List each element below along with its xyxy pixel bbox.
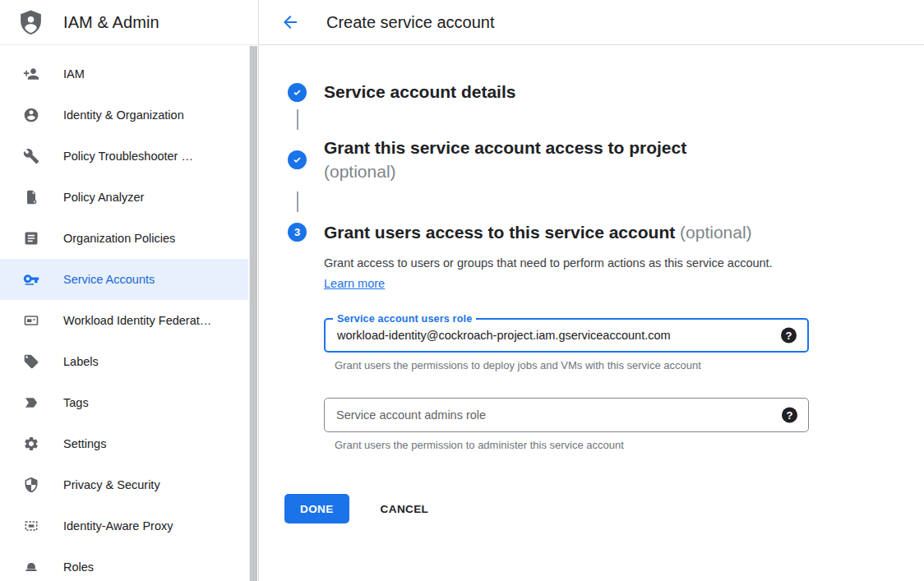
sidebar-item-label: Policy Troubleshooter … <box>63 150 193 163</box>
step1-title: Service account details <box>324 81 515 104</box>
proxy-icon <box>23 518 39 534</box>
back-button[interactable] <box>280 12 300 32</box>
sidebar: IAM & Admin IAM Identity & Organization … <box>0 0 259 581</box>
done-button[interactable]: DONE <box>284 494 349 523</box>
account-circle-icon <box>23 107 39 123</box>
sidebar-item-identity-aware-proxy[interactable]: Identity-Aware Proxy <box>0 505 248 546</box>
admins-role-field: ? <box>324 398 809 432</box>
person-add-icon <box>23 66 39 82</box>
step-service-account-details: Service account details <box>288 81 924 104</box>
sidebar-item-organization-policies[interactable]: Organization Policies <box>0 218 248 259</box>
article-icon <box>23 230 39 247</box>
sidebar-item-label: Roles <box>63 560 94 574</box>
step3-number: 3 <box>294 226 300 238</box>
sidebar-nav: IAM Identity & Organization Policy Troub… <box>0 45 258 581</box>
wrench-icon <box>23 148 39 164</box>
half-shield-icon <box>23 477 39 493</box>
iam-shield-icon <box>17 9 44 36</box>
step2-title: Grant this service account access to pro… <box>324 136 686 159</box>
sidebar-item-label: Service Accounts <box>63 273 155 286</box>
step3-optional-label: (optional) <box>680 223 752 242</box>
sidebar-item-policy-analyzer[interactable]: Policy Analyzer <box>0 177 248 218</box>
sidebar-item-privacy-security[interactable]: Privacy & Security <box>0 464 248 505</box>
step3-description-text: Grant access to users or groups that nee… <box>324 256 773 270</box>
arrow-back-icon <box>280 22 300 35</box>
create-service-account-form: Service account details Grant this servi… <box>259 45 924 523</box>
sidebar-item-label: Settings <box>63 437 106 450</box>
step3-title: Grant users access to this service accou… <box>324 220 809 245</box>
document-gear-icon <box>23 189 39 205</box>
sidebar-item-label: IAM <box>63 67 85 81</box>
step2-optional-label: (optional) <box>324 159 686 183</box>
sidebar-item-iam[interactable]: IAM <box>0 53 248 95</box>
cancel-button[interactable]: CANCEL <box>374 503 436 515</box>
step3-title-text: Grant users access to this service accou… <box>324 223 675 242</box>
users-role-field-label: Service account users role <box>333 313 476 325</box>
step1-completed-check-icon <box>288 83 307 102</box>
page-header: Create service account <box>259 0 924 45</box>
sidebar-item-labels[interactable]: Labels <box>0 341 248 382</box>
step-connector <box>297 191 298 212</box>
page-title: Create service account <box>326 13 495 32</box>
product-title: IAM & Admin <box>63 13 159 32</box>
users-role-input[interactable] <box>337 329 771 342</box>
sidebar-item-settings[interactable]: Settings <box>0 423 248 464</box>
step-grant-access-to-project: Grant this service account access to pro… <box>288 136 924 183</box>
app-window: IAM & Admin IAM Identity & Organization … <box>0 0 924 581</box>
label-arrow-icon <box>23 394 39 411</box>
sidebar-item-label: Tags <box>63 396 89 409</box>
learn-more-link[interactable]: Learn more <box>324 277 385 290</box>
step-connector <box>297 109 298 130</box>
main-panel: Create service account Service account d… <box>259 0 924 581</box>
tag-icon <box>23 353 39 370</box>
users-role-field-group: Service account users role ? Grant users… <box>324 318 809 371</box>
sidebar-item-label: Identity-Aware Proxy <box>63 519 173 533</box>
sidebar-item-label: Workload Identity Federat… <box>63 314 211 327</box>
sidebar-item-label: Identity & Organization <box>63 108 184 122</box>
hat-icon <box>23 559 39 575</box>
admins-role-field-group: ? Grant users the permission to administ… <box>324 398 809 451</box>
help-icon[interactable]: ? <box>782 408 797 423</box>
id-card-icon <box>23 312 39 329</box>
sidebar-item-identity-organization[interactable]: Identity & Organization <box>0 95 248 136</box>
sidebar-item-workload-identity-federation[interactable]: Workload Identity Federat… <box>0 300 248 341</box>
gear-icon <box>23 436 39 452</box>
sidebar-header: IAM & Admin <box>0 0 258 45</box>
sidebar-item-policy-troubleshooter[interactable]: Policy Troubleshooter … <box>0 136 248 177</box>
step-grant-users-access: 3 Grant users access to this service acc… <box>288 220 924 523</box>
sidebar-item-tags[interactable]: Tags <box>0 382 248 423</box>
admins-role-input[interactable] <box>336 408 772 422</box>
step3-description: Grant access to users or groups that nee… <box>324 253 788 294</box>
key-icon <box>23 271 39 288</box>
sidebar-scrollbar[interactable] <box>249 46 257 581</box>
help-icon[interactable]: ? <box>781 328 797 344</box>
sidebar-item-roles[interactable]: Roles <box>0 546 248 581</box>
step3-number-badge: 3 <box>288 223 307 242</box>
users-role-field: Service account users role ? <box>324 318 809 353</box>
admins-role-helper-text: Grant users the permission to administer… <box>335 439 809 451</box>
sidebar-item-label: Organization Policies <box>63 232 175 245</box>
sidebar-item-service-accounts[interactable]: Service Accounts <box>0 259 248 300</box>
sidebar-item-label: Policy Analyzer <box>63 191 144 204</box>
users-role-helper-text: Grant users the permissions to deploy jo… <box>335 359 809 371</box>
form-actions: DONE CANCEL <box>284 494 809 523</box>
sidebar-item-label: Privacy & Security <box>63 478 160 491</box>
step2-completed-check-icon <box>288 150 307 169</box>
sidebar-item-label: Labels <box>63 355 99 368</box>
